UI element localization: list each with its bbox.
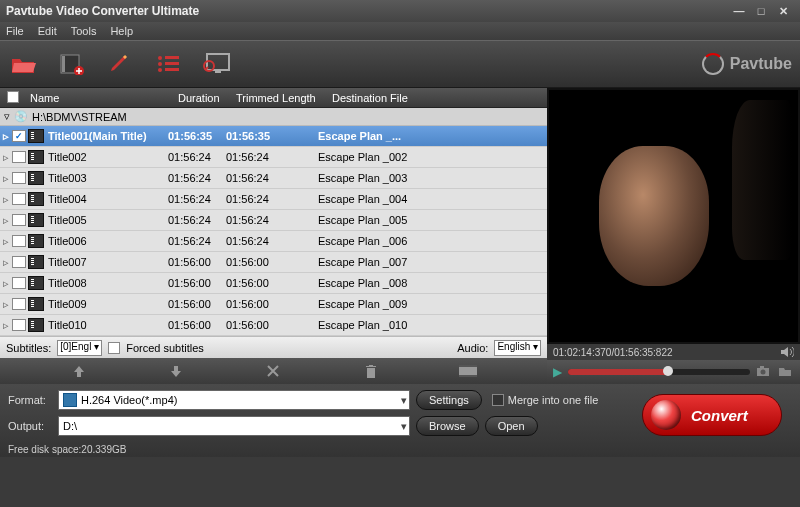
table-row[interactable]: ▹Title00201:56:2401:56:24Escape Plan _00…	[0, 147, 547, 168]
convert-button[interactable]: Convert	[642, 394, 782, 436]
remove-button[interactable]	[261, 362, 285, 380]
monitor-search-icon	[201, 52, 231, 76]
table-row[interactable]: ▹Title00901:56:0001:56:00Escape Plan _00…	[0, 294, 547, 315]
row-name: Title001(Main Title)	[48, 130, 168, 142]
select-all-checkbox[interactable]	[7, 91, 19, 103]
expand-icon[interactable]: ▹	[0, 256, 12, 269]
row-checkbox[interactable]	[12, 298, 26, 310]
logo-icon	[702, 53, 724, 75]
move-down-button[interactable]	[164, 362, 188, 380]
svg-point-5	[158, 68, 162, 72]
row-checkbox[interactable]	[12, 151, 26, 163]
format-select[interactable]: H.264 Video(*.mp4) ▾	[58, 390, 410, 410]
row-checkbox[interactable]	[12, 277, 26, 289]
expand-icon[interactable]: ▹	[0, 193, 12, 206]
svg-rect-8	[165, 68, 179, 71]
row-checkbox[interactable]	[12, 319, 26, 331]
expand-icon[interactable]: ▹	[0, 214, 12, 227]
clip-button[interactable]	[456, 362, 480, 380]
expand-icon[interactable]: ▹	[0, 319, 12, 332]
chevron-down-icon: ▾	[401, 420, 407, 433]
table-row[interactable]: ▹Title00501:56:2401:56:24Escape Plan _00…	[0, 210, 547, 231]
row-trimmed: 01:56:24	[226, 151, 318, 163]
video-preview[interactable]	[549, 90, 798, 342]
list-button[interactable]	[152, 48, 184, 80]
volume-button[interactable]	[780, 346, 794, 358]
video-file-icon	[28, 192, 44, 206]
row-trimmed: 01:56:00	[226, 298, 318, 310]
row-checkbox[interactable]	[12, 256, 26, 268]
table-row[interactable]: ▹Title00701:56:0001:56:00Escape Plan _00…	[0, 252, 547, 273]
file-list-panel: Name Duration Trimmed Length Destination…	[0, 88, 547, 384]
merge-checkbox[interactable]	[492, 394, 504, 406]
expand-icon[interactable]: ▹	[0, 235, 12, 248]
svg-rect-14	[459, 375, 477, 377]
menu-tools[interactable]: Tools	[71, 25, 97, 37]
row-checkbox[interactable]: ✓	[12, 130, 26, 142]
col-duration[interactable]: Duration	[178, 92, 236, 104]
row-trimmed: 01:56:00	[226, 256, 318, 268]
seek-knob[interactable]	[663, 366, 673, 376]
col-trimmed[interactable]: Trimmed Length	[236, 92, 328, 104]
col-destination[interactable]: Destination File	[328, 92, 547, 104]
table-row[interactable]: ▹Title00801:56:0001:56:00Escape Plan _00…	[0, 273, 547, 294]
expand-icon[interactable]: ▹	[0, 298, 12, 311]
row-checkbox[interactable]	[12, 214, 26, 226]
row-duration: 01:56:24	[168, 151, 226, 163]
col-name[interactable]: Name	[26, 92, 178, 104]
svg-rect-6	[165, 56, 179, 59]
forced-subtitles-label: Forced subtitles	[126, 342, 204, 354]
forced-subtitles-checkbox[interactable]	[108, 342, 120, 354]
row-checkbox[interactable]	[12, 172, 26, 184]
subtitles-label: Subtitles:	[6, 342, 51, 354]
expand-icon[interactable]: ▹	[0, 277, 12, 290]
row-destination: Escape Plan _002	[318, 151, 547, 163]
row-trimmed: 01:56:35	[226, 130, 318, 142]
subtitles-select[interactable]: [0]Engl ▾	[57, 340, 102, 356]
table-row[interactable]: ▹Title00401:56:2401:56:24Escape Plan _00…	[0, 189, 547, 210]
row-checkbox[interactable]	[12, 193, 26, 205]
browse-button[interactable]: Browse	[416, 416, 479, 436]
table-row[interactable]: ▹Title00601:56:2401:56:24Escape Plan _00…	[0, 231, 547, 252]
seek-slider[interactable]	[568, 369, 750, 375]
snapshot-button[interactable]	[756, 365, 772, 379]
row-destination: Escape Plan _010	[318, 319, 547, 331]
table-row[interactable]: ▹✓Title001(Main Title)01:56:3501:56:35Es…	[0, 126, 547, 147]
menu-help[interactable]: Help	[110, 25, 133, 37]
bottom-panel: Format: H.264 Video(*.mp4) ▾ Settings Me…	[0, 384, 800, 457]
format-value: H.264 Video(*.mp4)	[81, 394, 177, 406]
preview-frame-image	[599, 146, 709, 286]
source-row[interactable]: ▿ 💿 H:\BDMV\STREAM	[0, 108, 547, 126]
minimize-button[interactable]: —	[728, 5, 750, 17]
video-file-icon	[28, 297, 44, 311]
move-up-button[interactable]	[67, 362, 91, 380]
delete-button[interactable]	[359, 362, 383, 380]
edit-button[interactable]	[104, 48, 136, 80]
play-button[interactable]: ▶	[553, 365, 562, 379]
menu-edit[interactable]: Edit	[38, 25, 57, 37]
row-checkbox[interactable]	[12, 235, 26, 247]
close-button[interactable]: ✕	[772, 5, 794, 18]
convert-orb-icon	[651, 400, 681, 430]
open-button[interactable]: Open	[485, 416, 538, 436]
menu-file[interactable]: File	[6, 25, 24, 37]
screen-search-button[interactable]	[200, 48, 232, 80]
output-path-input[interactable]: D:\ ▾	[58, 416, 410, 436]
table-row[interactable]: ▹Title00301:56:2401:56:24Escape Plan _00…	[0, 168, 547, 189]
add-video-button[interactable]	[56, 48, 88, 80]
row-duration: 01:56:24	[168, 193, 226, 205]
video-file-icon	[28, 150, 44, 164]
settings-button[interactable]: Settings	[416, 390, 482, 410]
video-file-icon	[28, 213, 44, 227]
expand-icon[interactable]: ▹	[0, 130, 12, 143]
expand-icon[interactable]: ▹	[0, 172, 12, 185]
svg-point-3	[158, 56, 162, 60]
table-row[interactable]: ▹Title01001:56:0001:56:00Escape Plan _01…	[0, 315, 547, 336]
open-file-button[interactable]	[8, 48, 40, 80]
maximize-button[interactable]: □	[750, 5, 772, 17]
speaker-icon	[780, 346, 794, 358]
snapshot-folder-button[interactable]	[778, 365, 794, 379]
row-destination: Escape Plan _003	[318, 172, 547, 184]
expand-icon[interactable]: ▹	[0, 151, 12, 164]
audio-select[interactable]: English ▾	[494, 340, 541, 356]
